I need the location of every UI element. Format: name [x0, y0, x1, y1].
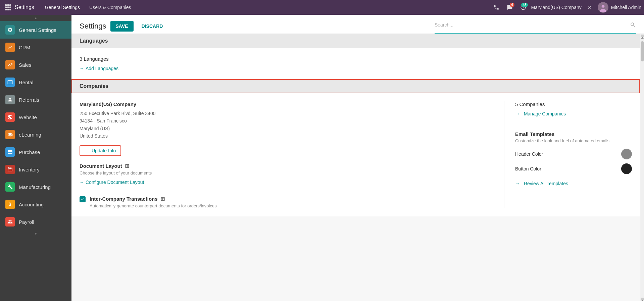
timer-badge: 43	[521, 3, 528, 7]
scroll-down-arrow[interactable]	[641, 298, 644, 300]
manage-companies-link[interactable]: → Manage Companies	[515, 111, 566, 116]
sidebar-label-general: General Settings	[19, 27, 56, 33]
nav-users-companies[interactable]: Users & Companies	[85, 3, 135, 12]
user-name: Mitchell Admin	[611, 5, 641, 10]
company-name-display: Maryland(US) Company	[80, 101, 496, 107]
button-color-picker[interactable]	[621, 163, 632, 174]
company-left-panel: Maryland(US) Company 250 Executive Park …	[80, 101, 504, 208]
search-input[interactable]	[435, 19, 630, 31]
svg-rect-2	[9, 4, 11, 6]
arrow-right-icon: →	[515, 181, 520, 186]
update-info-button[interactable]: → Update Info	[80, 145, 121, 156]
referrals-icon	[5, 95, 15, 104]
company-right-panel: 5 Companies → Manage Companies Email Tem…	[504, 101, 632, 208]
svg-point-10	[601, 5, 604, 8]
content-area: Settings SAVE DISCARD Languages	[71, 15, 644, 301]
configure-document-link[interactable]: → Configure Document Layout	[80, 180, 144, 185]
svg-rect-6	[5, 9, 7, 10]
sidebar-label-manufacturing: Manufacturing	[19, 184, 51, 190]
sidebar-item-sales[interactable]: Sales	[0, 56, 71, 73]
inter-company-icon: ⊞	[160, 196, 165, 202]
companies-layout: Maryland(US) Company 250 Executive Park …	[80, 101, 632, 208]
sidebar-item-purchase[interactable]: Purchase	[0, 143, 71, 161]
inventory-icon	[5, 165, 15, 174]
svg-rect-5	[9, 7, 11, 8]
sidebar-item-referrals[interactable]: Referrals	[0, 91, 71, 108]
sidebar-item-elearning[interactable]: eLearning	[0, 126, 71, 143]
arrow-right-icon: →	[80, 180, 84, 185]
svg-rect-4	[7, 7, 9, 8]
sidebar-item-inventory[interactable]: Inventory	[0, 161, 71, 178]
email-templates-section: Email Templates Customize the look and f…	[515, 131, 632, 186]
arrow-icon: →	[85, 148, 90, 153]
accounting-icon	[5, 200, 15, 209]
address-line4: United States	[80, 132, 496, 140]
header-color-row: Header Color	[515, 149, 632, 159]
arrow-right-icon: →	[80, 66, 84, 71]
languages-count: 3 Languages	[80, 56, 632, 62]
grid-menu-icon[interactable]	[3, 2, 13, 13]
email-templates-desc: Customize the look and feel of automated…	[515, 138, 632, 143]
sidebar-item-general-settings[interactable]: General Settings	[0, 21, 71, 39]
inter-company-text: Inter-Company Transactions ⊞ Automatical…	[90, 196, 217, 208]
sidebar-item-website[interactable]: Website	[0, 108, 71, 126]
sidebar-item-rental[interactable]: Rental	[0, 73, 71, 91]
chat-badge: 4	[510, 3, 514, 7]
discard-button[interactable]: DISCARD	[138, 21, 167, 32]
document-layout-section: Document Layout ⊞ Choose the layout of y…	[80, 163, 496, 185]
scrollbar[interactable]	[640, 34, 644, 301]
search-icon	[630, 22, 636, 28]
save-button[interactable]: SAVE	[110, 21, 134, 32]
companies-header: Companies	[71, 79, 640, 93]
header-color-picker[interactable]	[621, 149, 632, 159]
svg-rect-3	[5, 7, 7, 8]
sidebar-label-rental: Rental	[19, 80, 33, 85]
avatar	[598, 2, 608, 13]
languages-section: Languages 3 Languages → Add Languages	[71, 34, 640, 79]
sidebar-label-website: Website	[19, 114, 37, 120]
inter-company-desc: Automatically generate counterpart docum…	[90, 203, 217, 208]
address-line3: Maryland (US)	[80, 125, 496, 132]
main-container: ▲ General Settings CRM Sales Rental	[0, 15, 644, 301]
scroll-track	[640, 38, 644, 297]
languages-header: Languages	[71, 34, 640, 48]
company-address: 250 Executive Park Blvd, Suite 3400 9413…	[80, 110, 496, 140]
add-languages-link[interactable]: → Add Languages	[80, 66, 118, 71]
inter-company-title: Inter-Company Transactions ⊞	[90, 196, 217, 202]
chat-icon[interactable]: 4	[504, 2, 515, 13]
app-name: Settings	[15, 4, 34, 10]
general-settings-icon	[5, 25, 15, 35]
languages-content: 3 Languages → Add Languages	[71, 48, 640, 79]
document-layout-title: Document Layout ⊞	[80, 163, 496, 169]
companies-count: 5 Companies	[515, 101, 632, 107]
email-templates-title: Email Templates	[515, 131, 632, 137]
sidebar-label-inventory: Inventory	[19, 167, 40, 172]
scroll-up-indicator: ▲	[0, 15, 71, 21]
svg-rect-8	[9, 9, 11, 10]
scroll-thumb[interactable]	[641, 41, 644, 61]
sidebar-label-purchase: Purchase	[19, 149, 40, 155]
scroll-up-arrow[interactable]	[641, 35, 644, 37]
button-color-row: Button Color	[515, 163, 632, 174]
sidebar-item-accounting[interactable]: Accounting	[0, 196, 71, 213]
inter-company-section: Inter-Company Transactions ⊞ Automatical…	[80, 190, 496, 208]
sidebar-item-payroll[interactable]: Payroll	[0, 213, 71, 231]
sidebar-label-accounting: Accounting	[19, 202, 44, 207]
svg-rect-0	[5, 4, 7, 6]
review-all-templates-link[interactable]: → Review All Templates	[515, 181, 568, 186]
close-icon[interactable]	[584, 2, 595, 13]
top-navbar: Settings General Settings Users & Compan…	[0, 0, 644, 15]
companies-section: Companies Maryland(US) Company 250 Execu…	[71, 79, 640, 216]
sidebar-item-manufacturing[interactable]: Manufacturing	[0, 178, 71, 196]
timer-icon[interactable]: 43	[518, 2, 529, 13]
phone-icon[interactable]	[491, 2, 502, 13]
nav-general-settings[interactable]: General Settings	[41, 3, 84, 12]
elearning-icon	[5, 130, 15, 139]
inter-company-checkbox[interactable]	[80, 196, 86, 202]
company-name: Maryland(US) Company	[531, 5, 582, 10]
rental-icon	[5, 78, 15, 87]
sidebar-item-crm[interactable]: CRM	[0, 39, 71, 56]
purchase-icon	[5, 147, 15, 157]
navbar-right: 4 43 Maryland(US) Company Mitchell Admin	[491, 2, 641, 13]
svg-rect-1	[7, 4, 9, 6]
